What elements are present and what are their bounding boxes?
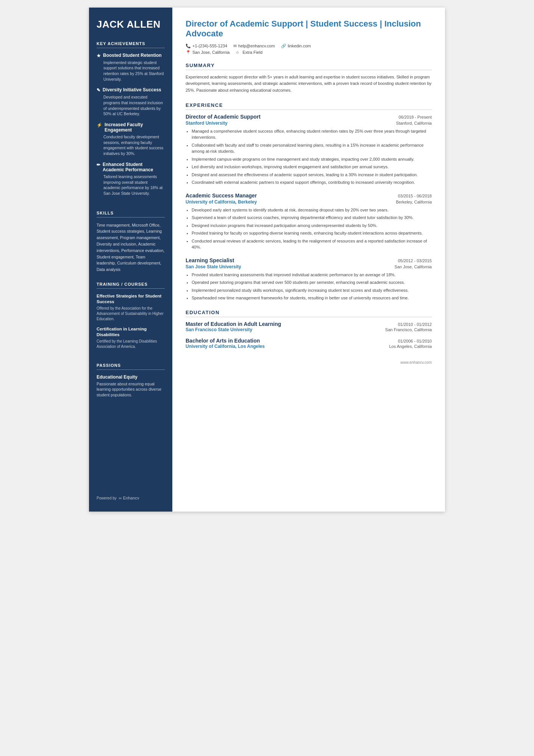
exp-dates: 05/2012 - 03/2015 [398, 258, 432, 263]
exp-header: Academic Success Manager 03/2015 - 06/20… [186, 193, 432, 199]
achievement-item: ✏ Enhanced Student Academic Performance … [97, 162, 165, 196]
achievement-icon: ⚡ [97, 122, 102, 128]
powered-by-label: Powered by [97, 496, 117, 500]
achievement-icon: ✏ [97, 162, 100, 167]
resume-container: JACK ALLEN KEY ACHIEVEMENTS ★ Boosted St… [89, 8, 445, 512]
main-footer: www.enhancv.com [186, 360, 432, 365]
education-entry: Master of Education in Adult Learning 01… [186, 321, 432, 332]
achievement-icon: ★ [97, 53, 101, 58]
contact-website: 🔗 linkedin.com [281, 44, 311, 49]
education-entry: Bachelor of Arts in Education 01/2006 - … [186, 338, 432, 349]
training-item: Certification in Learning Disabilities C… [97, 326, 165, 349]
experience-list: Director of Academic Support 06/2018 - P… [186, 114, 432, 301]
exp-company: Stanford University [186, 121, 228, 126]
bullet-item: Coordinated with external academic partn… [192, 179, 432, 186]
exp-location: Berkeley, California [396, 200, 432, 204]
extra-field: Extra Field [242, 50, 262, 55]
skills-title: SKILLS [97, 211, 165, 218]
passions-list: Educational Equity Passionate about ensu… [97, 374, 165, 398]
training-section: TRAINING / COURSES Effective Strategies … [97, 282, 165, 354]
exp-bullets: Managed a comprehensive student success … [186, 128, 432, 186]
achievement-desc: Tailored learning assessments improving … [97, 174, 165, 196]
achievement-title: ★ Boosted Student Retention [97, 53, 165, 58]
exp-bullets: Provided student learning assessments th… [186, 272, 432, 301]
enhancv-brand: ∞ Enhancv [119, 496, 139, 500]
bullet-item: Managed a comprehensive student success … [192, 128, 432, 141]
bullet-item: Operated peer tutoring programs that ser… [192, 279, 432, 286]
achievement-item: ★ Boosted Student Retention Implemented … [97, 53, 165, 82]
edu-header: Bachelor of Arts in Education 01/2006 - … [186, 338, 432, 344]
achievement-name: Enhanced Student Academic Performance [103, 162, 165, 172]
contact-email: ✉ help@enhancv.com [233, 44, 275, 49]
exp-job-title: Academic Success Manager [186, 193, 257, 199]
phone-value: +1-(234)-555-1234 [192, 44, 227, 48]
summary-section: SUMMARY Experienced academic support dir… [186, 63, 432, 94]
exp-header: Learning Specialist 05/2012 - 03/2015 [186, 257, 432, 263]
achievements-section: KEY ACHIEVEMENTS ★ Boosted Student Reten… [97, 41, 165, 202]
sidebar-footer: Powered by ∞ Enhancv [97, 488, 165, 500]
training-desc: Offered by the Association for the Advan… [97, 306, 165, 322]
training-title: Certification in Learning Disabilities [97, 326, 165, 338]
bullet-item: Led diversity and inclusion workshops, i… [192, 164, 432, 170]
education-section: EDUCATION Master of Education in Adult L… [186, 310, 432, 349]
achievement-desc: Implemented strategic student support so… [97, 60, 165, 82]
achievement-title: ✎ Diversity Initiative Success [97, 87, 165, 93]
candidate-name: JACK ALLEN [97, 19, 165, 30]
exp-location: San Jose, California [395, 265, 432, 269]
location-value: San Jose, California [192, 50, 230, 55]
passion-title: Educational Equity [97, 374, 165, 380]
edu-location: Los Angeles, California [389, 344, 432, 349]
achievement-item: ⚡ Increased Faculty Engagement Conducted… [97, 122, 165, 157]
achievement-desc: Conducted faculty development sessions, … [97, 134, 165, 157]
exp-job-title: Learning Specialist [186, 257, 234, 263]
education-list: Master of Education in Adult Learning 01… [186, 321, 432, 349]
main-title: Director of Academic Support | Student S… [186, 19, 432, 39]
achievements-title: KEY ACHIEVEMENTS [97, 41, 165, 48]
location-icon: 📍 [186, 50, 191, 55]
education-section-title: EDUCATION [186, 310, 432, 317]
achievement-item: ✎ Diversity Initiative Success Developed… [97, 87, 165, 117]
exp-dates: 03/2015 - 06/2018 [398, 194, 432, 198]
experience-entry: Learning Specialist 05/2012 - 03/2015 Sa… [186, 257, 432, 301]
email-icon: ✉ [233, 44, 237, 49]
bullet-item: Designed inclusion programs that increas… [192, 222, 432, 229]
edu-school: San Francisco State University [186, 327, 252, 332]
bullet-item: Collaborated with faculty and staff to c… [192, 142, 432, 155]
experience-section-title: EXPERIENCE [186, 102, 432, 110]
edu-header: Master of Education in Adult Learning 01… [186, 321, 432, 327]
experience-entry: Academic Success Manager 03/2015 - 06/20… [186, 193, 432, 250]
exp-bullets: Developed early alert systems to identif… [186, 207, 432, 250]
bullet-item: Supervised a team of student success coa… [192, 214, 432, 221]
link-icon: 🔗 [281, 44, 286, 49]
achievement-icon: ✎ [97, 88, 100, 93]
bullet-item: Developed early alert systems to identif… [192, 207, 432, 213]
exp-company-row: San Jose State University San Jose, Cali… [186, 264, 432, 269]
achievement-desc: Developed and executed programs that inc… [97, 94, 165, 117]
training-desc: Certified by the Learning Disabilities A… [97, 339, 165, 349]
contact-phone: 📞 +1-(234)-555-1234 [186, 44, 227, 49]
bullet-item: Designed and assessed the effectiveness … [192, 172, 432, 178]
edu-degree: Master of Education in Adult Learning [186, 321, 281, 327]
edu-dates: 01/2010 - 01/2012 [398, 322, 432, 327]
exp-company: San Jose State University [186, 264, 241, 269]
exp-dates: 06/2018 - Present [399, 115, 432, 119]
achievement-title: ✏ Enhanced Student Academic Performance [97, 162, 165, 172]
edu-degree: Bachelor of Arts in Education [186, 338, 260, 344]
bullet-item: Conducted annual reviews of academic ser… [192, 238, 432, 250]
contact-bar: 📞 +1-(234)-555-1234 ✉ help@enhancv.com 🔗… [186, 44, 432, 55]
extra-icon: ☆ [236, 50, 239, 55]
exp-header: Director of Academic Support 06/2018 - P… [186, 114, 432, 120]
main-content: Director of Academic Support | Student S… [172, 8, 445, 512]
training-list: Effective Strategies for Student Success… [97, 293, 165, 349]
achievement-title: ⚡ Increased Faculty Engagement [97, 122, 165, 133]
edu-location: San Francisco, California [385, 327, 432, 332]
website-value: linkedin.com [288, 44, 311, 48]
bullet-item: Spearheaded new time management framewor… [192, 295, 432, 301]
exp-job-title: Director of Academic Support [186, 114, 261, 120]
training-title: TRAINING / COURSES [97, 282, 165, 289]
training-title: Effective Strategies for Student Success [97, 293, 165, 305]
achievement-name: Boosted Student Retention [103, 53, 162, 58]
exp-company-row: University of California, Berkeley Berke… [186, 199, 432, 205]
training-item: Effective Strategies for Student Success… [97, 293, 165, 322]
experience-entry: Director of Academic Support 06/2018 - P… [186, 114, 432, 186]
